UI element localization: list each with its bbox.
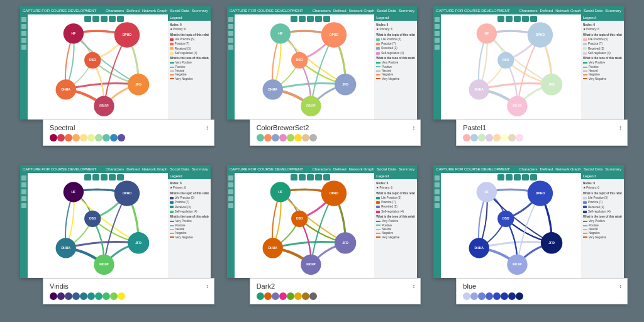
zoom-in-button[interactable] <box>497 16 504 22</box>
graph-node-dsd[interactable]: DSD <box>291 211 308 227</box>
tool-d-icon[interactable] <box>21 196 26 201</box>
download-button[interactable] <box>522 174 529 180</box>
top-tab[interactable]: Social Data <box>377 167 396 171</box>
top-tab[interactable]: Summary <box>192 9 208 13</box>
top-tab[interactable]: Characters <box>106 9 124 13</box>
palette-select[interactable]: Dark2↕ <box>250 278 421 304</box>
tool-d-icon[interactable] <box>228 38 233 43</box>
graph-node-frfp[interactable]: FR FP <box>94 96 114 116</box>
top-tab[interactable]: Defined <box>333 167 347 171</box>
palette-select[interactable]: Viridis↕ <box>43 278 214 304</box>
fit-button[interactable] <box>101 174 108 180</box>
graph-node-frfp[interactable]: FR FP <box>94 255 114 275</box>
zoom-in-button[interactable] <box>84 174 91 180</box>
aspect-button[interactable] <box>117 16 124 22</box>
graph-canvas[interactable]: HFDPHDDSDDHHAFR FPJFD <box>28 173 168 278</box>
zoom-in-button[interactable] <box>497 174 504 180</box>
fit-button[interactable] <box>514 16 521 22</box>
palette-select[interactable]: Pastel1↕ <box>456 119 628 146</box>
tool-c-icon[interactable] <box>228 189 233 194</box>
graph-node-dsd[interactable]: DSD <box>291 52 308 69</box>
tool-a-icon[interactable] <box>21 17 26 22</box>
graph-node-frfp[interactable]: FR FP <box>508 255 528 275</box>
graph-node-dphd[interactable]: DPHD <box>114 180 140 206</box>
graph-canvas[interactable]: HFDPHDDSDDHHAFR FPJFD <box>28 14 168 119</box>
graph-node-dsd[interactable]: DSD <box>84 52 101 69</box>
top-tab[interactable]: Network Graph <box>555 167 580 171</box>
palette-select[interactable]: blue↕ <box>456 278 628 304</box>
tool-e-icon[interactable] <box>228 45 233 50</box>
top-tab[interactable]: Defined <box>540 167 553 171</box>
top-tab[interactable]: Characters <box>519 9 537 13</box>
tool-d-icon[interactable] <box>228 196 233 201</box>
top-tab[interactable]: Network Graph <box>142 167 167 171</box>
tool-a-icon[interactable] <box>435 175 440 180</box>
graph-canvas[interactable]: HFDPHDDSDDHHAFR FPJFD <box>441 173 581 278</box>
zoom-out-button[interactable] <box>299 16 306 22</box>
top-tab[interactable]: Social Data <box>170 167 189 171</box>
graph-node-dphd[interactable]: DPHD <box>528 180 553 206</box>
graph-node-hf[interactable]: HF <box>270 182 290 202</box>
tool-e-icon[interactable] <box>228 203 233 208</box>
graph-node-dhha[interactable]: DHHA <box>56 238 76 258</box>
graph-node-jfd[interactable]: JFD <box>541 74 562 95</box>
tool-c-icon[interactable] <box>435 189 440 194</box>
top-tab[interactable]: Summary <box>399 167 415 171</box>
top-tab[interactable]: Network Graph <box>142 9 167 13</box>
graph-node-dhha[interactable]: DHHA <box>56 79 76 99</box>
graph-node-dhha[interactable]: DHHA <box>262 79 282 99</box>
zoom-out-button[interactable] <box>299 174 306 180</box>
palette-select[interactable]: Spectral↕ <box>43 119 214 146</box>
aspect-button[interactable] <box>323 16 330 22</box>
graph-node-dphd[interactable]: DPHD <box>321 180 346 206</box>
top-tab[interactable]: Social Data <box>377 9 396 13</box>
top-tab[interactable]: Characters <box>313 9 331 13</box>
download-button[interactable] <box>109 16 116 22</box>
tool-d-icon[interactable] <box>435 38 440 43</box>
top-tab[interactable]: Network Graph <box>555 9 580 13</box>
graph-node-frfp[interactable]: FR FP <box>301 255 321 275</box>
download-button[interactable] <box>522 16 529 22</box>
graph-node-frfp[interactable]: FR FP <box>508 96 528 116</box>
graph-canvas[interactable]: HFDPHDDSDDHHAFR FPJFD <box>235 173 375 278</box>
tool-a-icon[interactable] <box>228 175 233 180</box>
graph-node-jfd[interactable]: JFD <box>335 74 356 95</box>
download-button[interactable] <box>315 16 322 22</box>
top-tab[interactable]: Social Data <box>584 9 603 13</box>
zoom-in-button[interactable] <box>84 16 91 22</box>
fit-button[interactable] <box>101 16 108 22</box>
tool-c-icon[interactable] <box>435 31 440 36</box>
graph-node-dhha[interactable]: DHHA <box>469 238 489 258</box>
top-tab[interactable]: Defined <box>333 9 347 13</box>
tool-e-icon[interactable] <box>435 45 440 50</box>
graph-node-jfd[interactable]: JFD <box>335 232 356 253</box>
tool-a-icon[interactable] <box>21 175 26 180</box>
aspect-button[interactable] <box>323 174 330 180</box>
tool-e-icon[interactable] <box>435 203 440 208</box>
tool-a-icon[interactable] <box>228 17 233 22</box>
tool-c-icon[interactable] <box>228 31 233 36</box>
top-tab[interactable]: Summary <box>192 167 208 171</box>
graph-node-hf[interactable]: HF <box>270 23 290 43</box>
top-tab[interactable]: Network Graph <box>349 167 374 171</box>
tool-b-icon[interactable] <box>228 182 233 187</box>
graph-canvas[interactable]: HFDPHDDSDDHHAFR FPJFD <box>441 14 581 119</box>
top-tab[interactable]: Characters <box>106 167 124 171</box>
tool-d-icon[interactable] <box>435 196 440 201</box>
palette-select[interactable]: ColorBrewerSet2↕ <box>250 119 421 146</box>
fit-button[interactable] <box>307 174 314 180</box>
top-tab[interactable]: Summary <box>399 9 415 13</box>
tool-a-icon[interactable] <box>435 17 440 22</box>
tool-b-icon[interactable] <box>228 24 233 29</box>
top-tab[interactable]: Defined <box>126 167 140 171</box>
graph-node-hf[interactable]: HF <box>64 182 84 202</box>
graph-node-jfd[interactable]: JFD <box>541 232 562 253</box>
graph-node-dphd[interactable]: DPHD <box>114 22 140 47</box>
aspect-button[interactable] <box>530 174 537 180</box>
top-tab[interactable]: Characters <box>519 167 537 171</box>
graph-node-frfp[interactable]: FR FP <box>301 96 321 116</box>
fit-button[interactable] <box>307 16 314 22</box>
tool-e-icon[interactable] <box>21 45 26 50</box>
graph-node-hf[interactable]: HF <box>64 23 84 43</box>
tool-b-icon[interactable] <box>21 24 26 29</box>
